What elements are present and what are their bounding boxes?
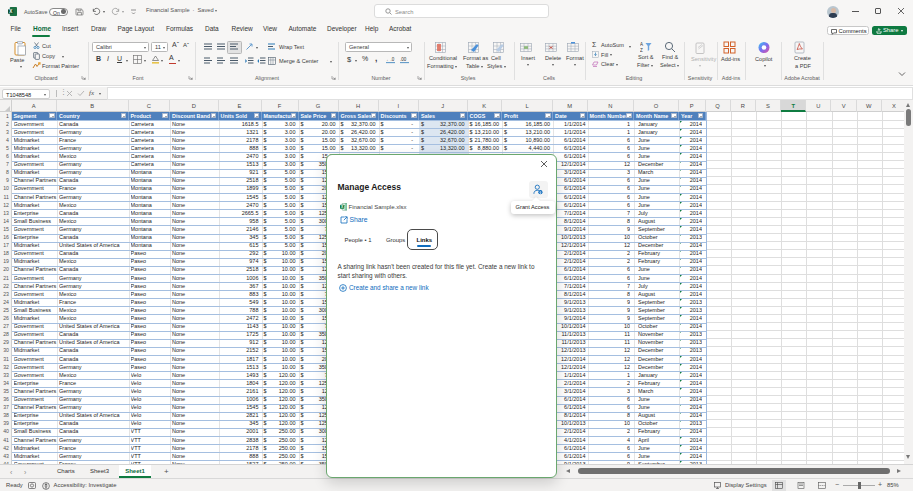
svg-text:.00: .00 [400,57,407,62]
svg-text:←.0: ←.0 [386,57,395,62]
svg-text:Z: Z [640,48,643,53]
svg-text:A: A [640,42,643,47]
